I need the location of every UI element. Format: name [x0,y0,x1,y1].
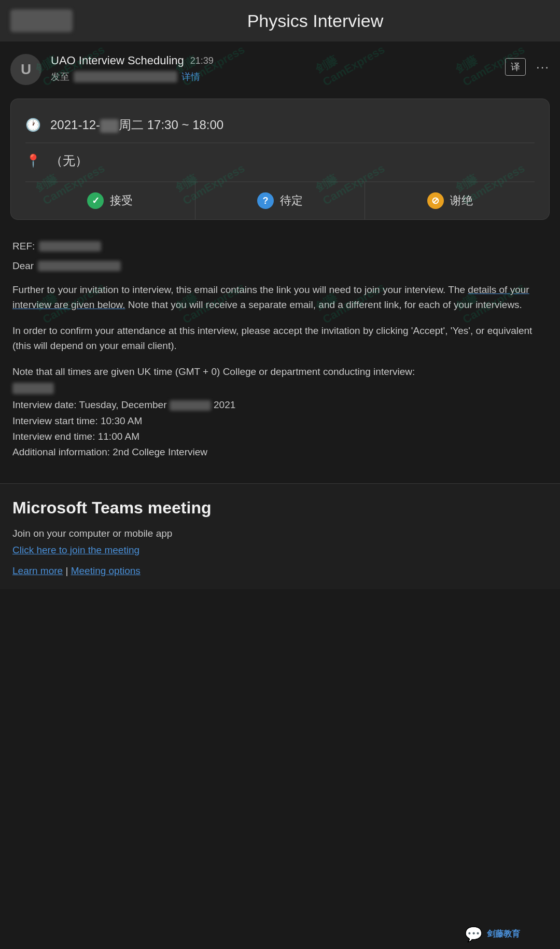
detail-link[interactable]: 详情 [181,71,200,83]
clock-icon: 🕐 [25,118,41,132]
interview-date: Interview date: Tuesday, December 2021 [12,397,548,413]
teams-footer: Learn more | Meeting options [12,565,548,577]
header-title: Physics Interview [81,11,550,31]
sender-recipient-blurred [74,71,177,82]
accept-button[interactable]: ✓ 接受 [25,182,195,219]
more-button[interactable]: ··· [536,60,550,74]
ref-row: REF: [12,241,548,252]
back-button-blurred [10,9,73,32]
date-blurred [100,119,119,133]
sender-area: U UAO Interview Scheduling 21:39 发至 详情 译… [0,41,560,93]
email-header: Physics Interview [0,0,560,41]
sender-to-label: 发至 [51,71,69,83]
email-body: REF: Dear Further to your invitation to … [0,230,560,471]
calendar-location: （无） [50,152,88,169]
teams-section: Microsoft Teams meeting Join on your com… [0,484,560,589]
calendar-actions: ✓ 接受 ? 待定 ⊘ 谢绝 [25,182,535,219]
email-paragraph-1: Further to your invitation to interview,… [12,282,548,313]
interview-start: Interview start time: 10:30 AM [12,413,548,429]
pending-icon: ? [257,192,274,209]
dear-row: Dear [12,260,548,272]
decline-button[interactable]: ⊘ 谢绝 [365,182,535,219]
teams-join-link[interactable]: Click here to join the meeting [12,545,548,556]
accept-label: 接受 [110,193,133,208]
info-gmt: Note that all times are given UK time (G… [12,364,548,380]
pending-label: 待定 [280,193,303,208]
meeting-options-link[interactable]: Meeting options [71,565,141,576]
ref-label: REF: [12,241,35,252]
avatar: U [10,54,41,85]
teams-subtitle: Join on your computer or mobile app [12,528,548,539]
footer-separator: | [65,565,68,576]
dear-name-blurred [38,261,121,271]
decline-label: 谢绝 [450,193,473,208]
ref-value-blurred [39,241,101,252]
interview-additional: Additional information: 2nd College Inte… [12,444,548,460]
sender-time: 21:39 [190,55,214,66]
bottom-logo: 剑藤教育 [487,929,520,940]
translate-button[interactable]: 译 [505,58,526,76]
email-paragraph-2: In order to confirm your attendance at t… [12,323,548,354]
calendar-card: 🕐 2021-12-周二 17:30 ~ 18:00 📍 （无） ✓ 接受 ? … [10,99,550,220]
sender-info: UAO Interview Scheduling 21:39 发至 详情 [51,54,496,83]
accept-icon: ✓ [87,192,104,209]
college-blurred [12,383,54,394]
calendar-location-row: 📍 （无） [25,147,535,174]
decline-icon: ⊘ [427,192,444,209]
calendar-date: 2021-12-周二 17:30 ~ 18:00 [50,117,223,133]
sender-action-buttons: 译 ··· [505,58,550,76]
sender-name: UAO Interview Scheduling [51,54,184,67]
interview-info: Note that all times are given UK time (G… [12,364,548,460]
pending-button[interactable]: ? 待定 [195,182,365,219]
interview-date-blurred [170,400,211,411]
learn-more-link[interactable]: Learn more [12,565,63,576]
interview-end: Interview end time: 11:00 AM [12,429,548,444]
calendar-time-row: 🕐 2021-12-周二 17:30 ~ 18:00 [25,111,535,138]
location-icon: 📍 [25,153,41,168]
teams-title: Microsoft Teams meeting [12,498,548,518]
bottom-bar: 💬 剑藤教育 [456,919,560,949]
